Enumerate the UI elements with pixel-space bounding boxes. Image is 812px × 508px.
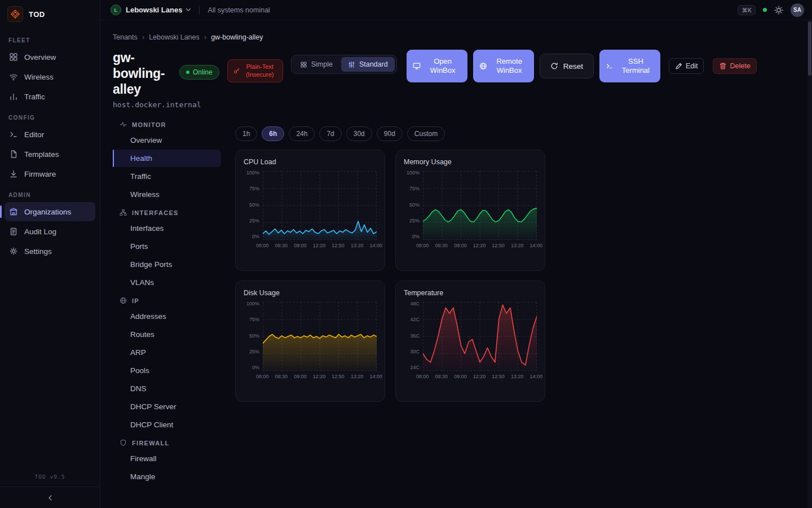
subnav-item-traffic[interactable]: Traffic — [113, 168, 221, 185]
reset-button[interactable]: Reset — [540, 54, 594, 78]
subnav-item-wireless[interactable]: Wireless — [113, 186, 221, 203]
range-24h[interactable]: 24h — [289, 126, 315, 141]
sidebar-item-wireless[interactable]: Wireless — [5, 67, 95, 86]
breadcrumb: Tenants›Lebowski Lanes›gw-bowling-alley — [100, 20, 812, 41]
grid-small-icon — [300, 61, 307, 68]
action-buttons: Open WinBoxRemote WinBoxResetSSH Termina… — [407, 50, 757, 82]
refresh-icon — [550, 62, 558, 70]
subnav-item-vlans[interactable]: VLANs — [113, 274, 221, 291]
file-icon — [9, 150, 18, 159]
chevron-right-icon: › — [204, 33, 206, 41]
subnav-item-bridge-ports[interactable]: Bridge Ports — [113, 256, 221, 273]
sidebar-item-label: Traffic — [24, 93, 45, 101]
breadcrumb-item-gw-bowling-alley: gw-bowling-alley — [211, 33, 263, 41]
range-30d[interactable]: 30d — [346, 126, 372, 141]
x-axis-labels: 08:0008:3009:0012:2012:5013:2014:00 — [256, 374, 382, 379]
tenant-avatar: L — [111, 5, 121, 15]
scrollbar-track[interactable] — [807, 20, 812, 508]
page-title: gw-bowling-alley — [113, 50, 171, 97]
grid-icon — [9, 52, 18, 62]
range-6h[interactable]: 6h — [262, 126, 284, 141]
sidebar-section-fleet: FLEET — [0, 29, 100, 47]
subnav-item-firewall[interactable]: Firewall — [113, 450, 221, 467]
subnav-item-addresses[interactable]: Addresses — [113, 308, 221, 325]
sidebar-item-label: Editor — [24, 130, 44, 139]
pulse-icon — [120, 121, 127, 128]
online-dot-icon — [186, 71, 189, 74]
app-version: TOD v9.5 — [0, 474, 100, 487]
subnav-item-interfaces[interactable]: Interfaces — [113, 220, 221, 237]
time-range-pills: 1h6h24h7d30d90dCustom — [235, 126, 545, 141]
system-status-text: All systems nominal — [208, 6, 270, 14]
mode-option-simple[interactable]: Simple — [293, 57, 339, 72]
terminal-icon — [606, 62, 614, 70]
wifi-icon — [9, 72, 18, 81]
y-axis-labels: 100%75%50%25%0% — [404, 171, 423, 240]
subnav-item-mangle[interactable]: Mangle — [113, 468, 221, 485]
range-1h[interactable]: 1h — [235, 126, 257, 141]
sidebar-item-overview[interactable]: Overview — [5, 47, 95, 67]
chart-title: CPU Load — [244, 158, 377, 166]
sidebar-item-label: Audit Log — [24, 227, 56, 236]
range-7d[interactable]: 7d — [319, 126, 341, 141]
subnav-item-dns[interactable]: DNS — [113, 380, 221, 397]
app-logo-icon — [7, 6, 23, 22]
sidebar-item-label: Overview — [24, 53, 56, 62]
chart-title: Disk Usage — [244, 289, 377, 297]
chart-card-memory-usage: Memory Usage100%75%50%25%0%08:0008:3009:… — [395, 150, 545, 271]
range-custom[interactable]: Custom — [407, 126, 445, 141]
scrollbar-thumb[interactable] — [808, 21, 811, 76]
subnav-item-dhcp-server[interactable]: DHCP Server — [113, 398, 221, 415]
subnav-item-overview[interactable]: Overview — [113, 132, 221, 149]
device-header: gw-bowling-alley Online Plain-Text (Inse… — [113, 50, 800, 97]
sun-icon[interactable] — [774, 6, 783, 15]
subnav-section-label: IP — [132, 297, 139, 304]
x-axis-labels: 08:0008:3009:0012:2012:5013:2014:00 — [256, 243, 382, 248]
ssh-terminal-button[interactable]: SSH Terminal — [599, 50, 660, 82]
command-palette-shortcut[interactable]: ⌘K — [738, 5, 756, 15]
clipboard-icon — [9, 227, 18, 236]
mode-toggle: SimpleStandard — [291, 55, 397, 74]
button-label: Edit — [686, 62, 698, 70]
subnav-section-ip: IP — [113, 292, 221, 307]
button-label: Remote WinBox — [491, 57, 528, 76]
subnav-item-pools[interactable]: Pools — [113, 362, 221, 379]
subnav-item-dhcp-client[interactable]: DHCP Client — [113, 416, 221, 433]
sidebar-item-traffic[interactable]: Traffic — [5, 87, 95, 106]
tenant-switcher[interactable]: Lebowski Lanes — [126, 6, 182, 14]
chevron-down-icon[interactable] — [186, 7, 191, 12]
key-icon — [233, 68, 240, 74]
pencil-icon — [675, 62, 683, 70]
chevron-right-icon: › — [142, 33, 144, 41]
subnav-section-monitor: MONITOR — [113, 116, 221, 131]
delete-button[interactable]: Delete — [713, 58, 756, 74]
sidebar-item-editor[interactable]: Editor — [5, 125, 95, 144]
remote-winbox-button[interactable]: Remote WinBox — [473, 50, 534, 82]
breadcrumb-item-tenants[interactable]: Tenants — [113, 33, 138, 41]
app-logo-row: TOD — [0, 0, 100, 29]
sidebar-item-audit-log[interactable]: Audit Log — [5, 222, 95, 241]
sidebar-item-organizations[interactable]: Organizations — [5, 202, 95, 221]
user-avatar[interactable]: SA — [791, 3, 804, 17]
online-status-badge: Online — [179, 65, 219, 80]
terminal-icon — [9, 130, 18, 139]
sliders-icon — [348, 61, 355, 68]
subnav-item-health[interactable]: Health — [113, 150, 221, 167]
subnav-section-firewall: FIREWALL — [113, 434, 221, 449]
range-90d[interactable]: 90d — [377, 126, 403, 141]
edit-button[interactable]: Edit — [669, 58, 704, 74]
subnav-item-routes[interactable]: Routes — [113, 326, 221, 343]
open-winbox-button[interactable]: Open WinBox — [407, 50, 467, 82]
breadcrumb-item-lebowski-lanes[interactable]: Lebowski Lanes — [149, 33, 200, 41]
hierarchy-icon — [120, 209, 127, 216]
sidebar-collapse-button[interactable] — [0, 487, 100, 508]
chart-plot — [263, 171, 377, 240]
sidebar-item-firmware[interactable]: Firmware — [5, 164, 95, 183]
mode-option-label: Simple — [311, 60, 333, 68]
subnav-item-arp[interactable]: ARP — [113, 344, 221, 361]
online-badge-label: Online — [193, 68, 213, 76]
mode-option-standard[interactable]: Standard — [341, 57, 395, 72]
subnav-item-ports[interactable]: Ports — [113, 238, 221, 255]
sidebar-item-settings[interactable]: Settings — [5, 242, 95, 261]
sidebar-item-templates[interactable]: Templates — [5, 144, 95, 164]
